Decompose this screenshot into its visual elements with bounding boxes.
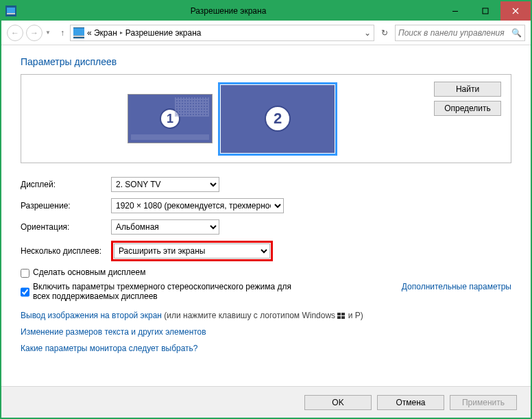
orientation-label: Ориентация:: [21, 222, 111, 232]
display-row: Дисплей: 2. SONY TV: [21, 177, 511, 192]
detect-button[interactable]: Определить: [434, 101, 501, 116]
resolution-label: Разрешение:: [21, 201, 111, 211]
window-controls: [440, 1, 531, 21]
stereo-3d-row: Включить параметры трехмерного стереоско…: [21, 282, 511, 301]
maximize-button[interactable]: [470, 1, 500, 21]
resolution-row: Разрешение: 1920 × 1080 (рекомендуется, …: [21, 198, 511, 213]
svg-rect-3: [483, 8, 488, 14]
search-icon[interactable]: 🔍: [511, 28, 522, 38]
addr-dropdown-icon[interactable]: ⌄: [364, 28, 371, 38]
breadcrumb-leaf[interactable]: Разрешение экрана: [125, 28, 202, 38]
stereo-3d-label: Включить параметры трехмерного стереоско…: [33, 282, 309, 301]
output-second-screen-link[interactable]: Вывод изображения на второй экран: [21, 311, 162, 320]
refresh-button[interactable]: ↻: [377, 28, 392, 38]
which-params-link[interactable]: Какие параметры монитора следует выбрать…: [21, 344, 511, 353]
display-preview-box: 1 2 Найти Определить: [21, 74, 511, 163]
window-title: Разрешение экрана: [16, 6, 440, 16]
close-button[interactable]: [500, 1, 531, 21]
search-input[interactable]: [398, 28, 511, 38]
svg-rect-1: [7, 13, 15, 14]
nav-back-button[interactable]: ←: [7, 25, 23, 41]
breadcrumb-root[interactable]: « Экран: [87, 28, 117, 38]
nav-up-button[interactable]: ↑: [58, 28, 67, 38]
links-block: Изменение размеров текста и других элеме…: [21, 327, 511, 353]
monitor-arrangement[interactable]: 1 2: [31, 82, 434, 156]
orientation-select[interactable]: Альбомная: [111, 219, 219, 235]
page-title: Параметры дисплеев: [21, 56, 511, 67]
multiple-displays-label: Несколько дисплеев:: [21, 246, 111, 256]
search-box[interactable]: 🔍: [395, 25, 525, 41]
nav-bar: ← → ▼ ↑ « Экран ▸ Разрешение экрана ⌄ ↻ …: [1, 21, 531, 45]
output-tail-text: и P): [348, 311, 363, 320]
minimize-button[interactable]: [440, 1, 470, 21]
window-root: Разрешение экрана ← → ▼ ↑ « Экран ▸ Разр…: [0, 0, 532, 419]
cancel-button[interactable]: Отмена: [377, 395, 444, 410]
stereo-3d-checkbox[interactable]: [21, 283, 29, 301]
svg-rect-0: [7, 8, 15, 13]
nav-history-dropdown[interactable]: ▼: [45, 29, 51, 36]
monitor-2-badge: 2: [265, 106, 291, 132]
advanced-params-link[interactable]: Дополнительные параметры: [402, 282, 511, 291]
orientation-row: Ориентация: Альбомная: [21, 219, 511, 235]
resize-text-link[interactable]: Изменение размеров текста и других элеме…: [21, 327, 511, 337]
output-suffix-text: (или нажмите клавишу с логотипом Windows: [164, 311, 337, 320]
resolution-select[interactable]: 1920 × 1080 (рекомендуется, трехмерное): [111, 198, 284, 213]
ok-button[interactable]: OK: [304, 395, 372, 410]
display-select[interactable]: 2. SONY TV: [111, 177, 219, 192]
svg-rect-2: [452, 11, 458, 12]
multiple-displays-row: Несколько дисплеев: Расширить эти экраны: [21, 241, 511, 261]
monitor-2[interactable]: 2: [218, 82, 337, 156]
app-icon: [5, 5, 16, 16]
titlebar[interactable]: Разрешение экрана: [1, 1, 531, 21]
nav-forward-button[interactable]: →: [26, 25, 43, 41]
make-primary-label: Сделать основным дисплеем: [33, 267, 511, 277]
monitor-1[interactable]: 1: [128, 94, 213, 143]
highlight-box: Расширить эти экраны: [111, 241, 273, 261]
footer-bar: OK Отмена Применить: [1, 386, 531, 418]
content-area: Параметры дисплеев 1 2 Найти Определить …: [1, 45, 531, 386]
multiple-displays-select[interactable]: Расширить эти экраны: [114, 243, 270, 259]
svg-rect-5: [73, 35, 84, 37]
preview-side-buttons: Найти Определить: [434, 82, 501, 156]
svg-rect-4: [73, 28, 84, 36]
find-button[interactable]: Найти: [434, 82, 501, 97]
make-primary-checkbox[interactable]: [21, 269, 29, 278]
display-label: Дисплей:: [21, 180, 111, 189]
apply-button[interactable]: Применить: [450, 395, 517, 410]
output-to-second-screen-row: Вывод изображения на второй экран (или н…: [21, 311, 511, 320]
chevron-right-icon: ▸: [120, 29, 123, 36]
make-primary-row: Сделать основным дисплеем: [21, 267, 511, 278]
address-bar[interactable]: « Экран ▸ Разрешение экрана ⌄: [70, 25, 374, 41]
display-icon: [73, 27, 84, 38]
windows-logo-icon: [337, 313, 346, 320]
